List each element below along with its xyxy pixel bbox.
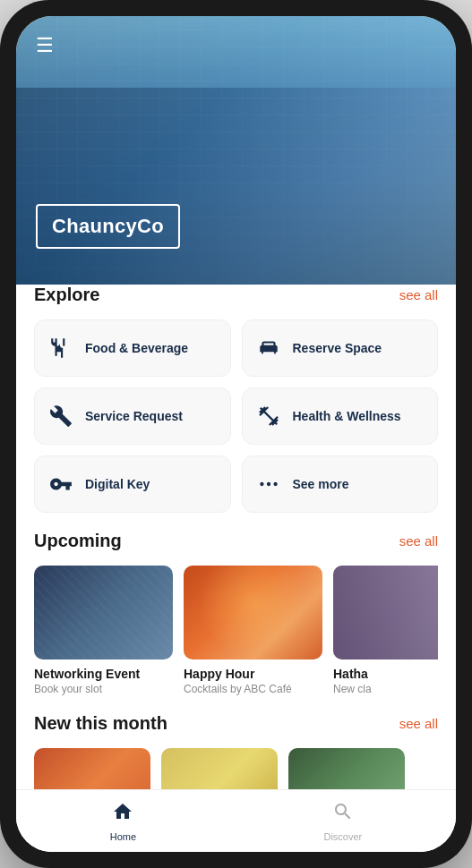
home-icon [112,801,133,828]
see-more-label: See more [293,476,349,492]
app-logo: ChauncyCo [52,215,164,237]
digital-key-label: Digital Key [85,476,150,492]
new-month-header: New this month see all [34,713,438,734]
fork-icon [47,336,74,360]
upcoming-section: Upcoming see all Networking Event Book y… [16,531,456,699]
grid-item-health-wellness[interactable]: Health & Wellness [242,387,439,445]
nav-item-home[interactable]: Home [92,794,154,849]
event-subtitle-happy-hour: Cocktails by ABC Café [184,683,322,695]
upcoming-header: Upcoming see all [34,531,438,551]
grid-item-see-more[interactable]: See more [242,455,439,513]
search-icon [332,801,354,828]
dots-icon [255,472,282,496]
grid-item-reserve-space[interactable]: Reserve Space [242,319,439,377]
grid-item-service-request[interactable]: Service Request [34,387,231,445]
new-month-title: New this month [34,713,167,734]
main-content: Explore see all Food & Beverage [16,267,456,852]
nav-label-discover: Discover [323,831,362,842]
new-month-see-all[interactable]: see all [399,716,438,731]
explore-section: Explore see all Food & Beverage [16,267,456,513]
menu-button[interactable]: ☰ [36,36,54,55]
event-image-networking [34,566,173,660]
wrench-icon [47,404,74,428]
key-icon [47,472,74,496]
event-title-happy-hour: Happy Hour [184,667,322,681]
hero-section: ☰ ChauncyCo [16,16,456,285]
logo-container: ChauncyCo [36,204,180,249]
bottom-nav: Home Discover [16,789,456,852]
events-list: Networking Event Book your slot Happy Ho… [34,566,438,699]
phone-frame: ☰ ChauncyCo Explore see all [0,0,472,868]
event-subtitle-networking: Book your slot [34,683,173,695]
phone-screen: ☰ ChauncyCo Explore see all [16,16,456,852]
nav-item-discover[interactable]: Discover [305,794,380,849]
service-request-label: Service Request [85,408,183,424]
food-beverage-label: Food & Beverage [85,340,188,356]
event-image-hatha [333,566,438,660]
health-wellness-label: Health & Wellness [293,408,401,424]
grid-item-digital-key[interactable]: Digital Key [34,455,231,513]
svg-point-1 [266,482,270,486]
svg-point-2 [273,482,277,486]
event-title-hatha: Hatha [333,667,438,681]
explore-see-all[interactable]: see all [399,287,438,302]
explore-title: Explore [34,285,99,305]
svg-point-0 [260,482,263,486]
chair-icon [255,336,282,360]
explore-grid: Food & Beverage Reserve Space [34,319,438,513]
event-card-happy-hour[interactable]: Happy Hour Cocktails by ABC Café [184,566,322,695]
upcoming-title: Upcoming [34,531,122,551]
reserve-space-label: Reserve Space [293,340,382,356]
nav-label-home: Home [110,831,136,842]
gym-icon [255,404,282,428]
event-subtitle-hatha: New cla [333,683,438,695]
explore-header: Explore see all [34,285,438,305]
grid-item-food-beverage[interactable]: Food & Beverage [34,319,231,377]
event-image-happy-hour [184,566,322,660]
event-title-networking: Networking Event [34,667,173,681]
event-card-networking[interactable]: Networking Event Book your slot [34,566,173,695]
event-card-hatha[interactable]: Hatha New cla [333,566,438,695]
upcoming-see-all[interactable]: see all [399,533,438,549]
